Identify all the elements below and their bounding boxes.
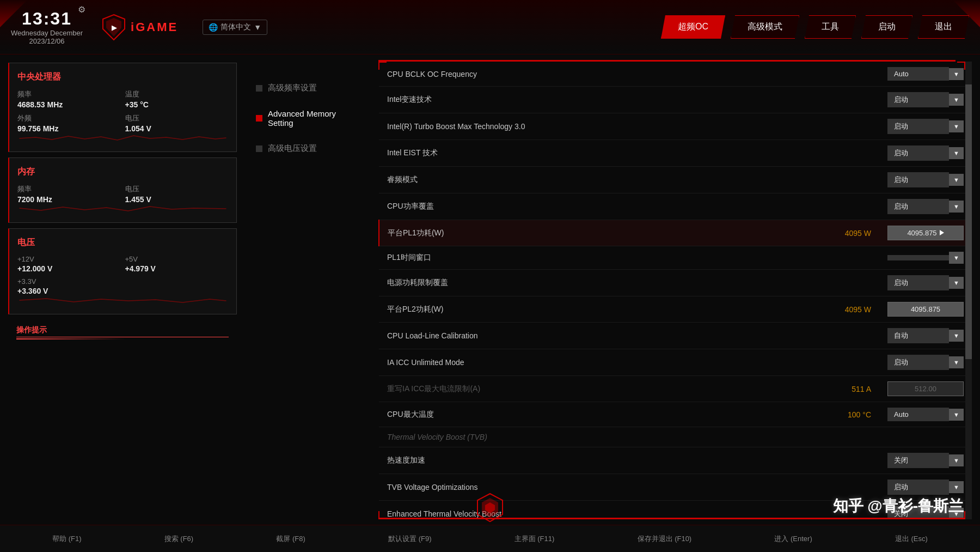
- value-input[interactable]: 512.00: [887, 381, 964, 396]
- header-nav: 超频OC 高级模式 工具 启动 退出: [661, 15, 969, 39]
- dropdown-group[interactable]: 关闭▼: [887, 453, 964, 468]
- dropdown-arrow-icon[interactable]: ▼: [949, 94, 964, 106]
- dropdown-arrow-icon[interactable]: ▼: [949, 409, 964, 421]
- setting-unit-cell: [705, 323, 879, 349]
- nav-dot-memory: [256, 115, 262, 122]
- setting-control-cell[interactable]: 启动▼: [879, 113, 972, 140]
- setting-control-cell[interactable]: Auto▼: [879, 62, 972, 87]
- value-input[interactable]: 4095.875: [887, 302, 964, 317]
- dropdown-group[interactable]: 自动▼: [887, 328, 964, 343]
- dropdown-group[interactable]: 启动▼: [887, 480, 964, 495]
- dropdown-arrow-icon[interactable]: ▼: [949, 481, 964, 493]
- table-row[interactable]: CPU BCLK OC FrequencyAuto▼: [379, 62, 972, 87]
- setting-control-cell[interactable]: 4095.875: [879, 296, 972, 323]
- nav-item-freq[interactable]: 高级频率设置: [250, 76, 365, 100]
- nav-btn-tools[interactable]: 工具: [805, 15, 856, 39]
- table-row[interactable]: CPU最大温度100 °CAuto▼: [379, 402, 972, 427]
- dropdown-group[interactable]: 启动▼: [887, 275, 964, 290]
- setting-name-cell: Intel(R) Turbo Boost Max Technology 3.0: [379, 113, 705, 140]
- dropdown-label: 启动: [887, 355, 949, 370]
- nav-btn-boot[interactable]: 启动: [861, 15, 912, 39]
- settings-scroll-area[interactable]: CPU BCLK OC FrequencyAuto▼Intel变速技术启动▼In…: [378, 62, 972, 519]
- scroll-thumb[interactable]: [965, 84, 972, 359]
- dropdown-arrow-icon[interactable]: ▼: [949, 147, 964, 159]
- dropdown-group[interactable]: 启动▼: [887, 119, 964, 134]
- dropdown-label: 启动: [887, 119, 949, 134]
- setting-unit-cell: 4095 W: [705, 220, 879, 246]
- dropdown-group[interactable]: Auto▼: [887, 67, 964, 81]
- nav-item-voltage[interactable]: 高级电压设置: [250, 137, 365, 160]
- logo: ▶ iGAME: [102, 14, 178, 41]
- setting-control-cell[interactable]: 关闭▼: [879, 447, 972, 474]
- setting-control-cell[interactable]: 4095.875: [879, 220, 972, 246]
- dropdown-arrow-icon[interactable]: ▼: [949, 252, 964, 264]
- table-row[interactable]: 电源功耗限制覆盖启动▼: [379, 270, 972, 296]
- scroll-track[interactable]: [965, 62, 972, 519]
- dropdown-arrow-icon[interactable]: ▼: [949, 454, 964, 466]
- chevron-down-icon: ▼: [254, 23, 261, 32]
- dropdown-arrow-icon[interactable]: ▼: [949, 68, 964, 80]
- value-input[interactable]: 4095.875: [887, 226, 964, 240]
- table-row[interactable]: Intel(R) Turbo Boost Max Technology 3.0启…: [379, 113, 972, 140]
- setting-control-cell[interactable]: 启动▼: [879, 140, 972, 167]
- nav-btn-exit[interactable]: 退出: [918, 15, 969, 39]
- setting-control-cell[interactable]: Auto▼: [879, 402, 972, 427]
- language-selector[interactable]: 🌐 简体中文 ▼: [203, 20, 267, 35]
- setting-unit-cell: [705, 62, 879, 87]
- dropdown-arrow-icon[interactable]: ▼: [949, 356, 964, 368]
- dropdown-label: Auto: [887, 67, 949, 81]
- setting-control-cell[interactable]: 启动▼: [879, 270, 972, 296]
- dropdown-arrow-icon[interactable]: ▼: [949, 120, 964, 132]
- dropdown-arrow-icon[interactable]: ▼: [949, 201, 964, 213]
- setting-control-cell[interactable]: [879, 427, 972, 447]
- table-row[interactable]: 平台PL1功耗(W)4095 W4095.875: [379, 220, 972, 246]
- dropdown-group[interactable]: 启动▼: [887, 92, 964, 107]
- dropdown-group[interactable]: 启动▼: [887, 172, 964, 187]
- nav-item-memory[interactable]: Advanced Memory Setting: [250, 102, 365, 134]
- dropdown-group[interactable]: Auto▼: [887, 408, 964, 421]
- table-row[interactable]: CPU功率覆盖启动▼: [379, 193, 972, 220]
- table-row[interactable]: 平台PL2功耗(W)4095 W4095.875: [379, 296, 972, 323]
- table-row[interactable]: 睿频模式启动▼: [379, 167, 972, 193]
- setting-control-cell[interactable]: 启动▼: [879, 87, 972, 113]
- setting-name-cell: PL1时间窗口: [379, 246, 705, 270]
- key-screenshot[interactable]: 截屏 (F8): [276, 534, 305, 544]
- key-search[interactable]: 搜索 (F6): [164, 534, 193, 544]
- table-row[interactable]: CPU Load-Line Calibration自动▼: [379, 323, 972, 349]
- setting-control-cell[interactable]: 启动▼: [879, 167, 972, 193]
- dropdown-arrow-icon[interactable]: ▼: [949, 174, 964, 186]
- table-row[interactable]: Thermal Velocity Boost (TVB): [379, 427, 972, 447]
- nav-label-voltage: 高级电压设置: [268, 143, 317, 154]
- dropdown-label: 启动: [887, 92, 949, 107]
- table-row[interactable]: 重写IA ICC最大电流限制(A)511 A512.00: [379, 376, 972, 402]
- v12-value: +12.000 V: [17, 264, 121, 273]
- setting-control-cell[interactable]: 启动▼: [879, 193, 972, 220]
- header: ⚙ 13:31 Wednesday December 2023/12/06 ▶ …: [0, 0, 980, 54]
- nav-dot-freq: [256, 85, 262, 92]
- key-esc[interactable]: 退出 (Esc): [895, 534, 928, 544]
- table-row[interactable]: PL1时间窗口▼: [379, 246, 972, 270]
- cpu-freq-value: 4688.53 MHz: [17, 100, 121, 109]
- cpu-wave: [17, 133, 228, 141]
- table-row[interactable]: Intel变速技术启动▼: [379, 87, 972, 113]
- dropdown-arrow-icon[interactable]: ▼: [949, 330, 964, 342]
- dropdown-arrow-icon[interactable]: ▼: [949, 277, 964, 289]
- nav-btn-oc[interactable]: 超频OC: [661, 15, 725, 39]
- dropdown-group[interactable]: 启动▼: [887, 199, 964, 214]
- key-help[interactable]: 帮助 (F1): [52, 534, 81, 544]
- table-row[interactable]: IA ICC Unlimited Mode启动▼: [379, 349, 972, 376]
- key-default[interactable]: 默认设置 (F9): [388, 534, 431, 544]
- dropdown-group[interactable]: ▼: [887, 252, 964, 264]
- setting-control-cell[interactable]: 自动▼: [879, 323, 972, 349]
- dropdown-group[interactable]: 启动▼: [887, 145, 964, 161]
- table-row[interactable]: Intel EIST 技术启动▼: [379, 140, 972, 167]
- setting-control-cell[interactable]: 512.00: [879, 376, 972, 402]
- setting-control-cell[interactable]: 启动▼: [879, 349, 972, 376]
- key-main[interactable]: 主界面 (F11): [514, 534, 555, 544]
- table-row[interactable]: 热速度加速关闭▼: [379, 447, 972, 474]
- setting-control-cell[interactable]: ▼: [879, 246, 972, 270]
- dropdown-group[interactable]: 启动▼: [887, 355, 964, 370]
- key-save[interactable]: 保存并退出 (F10): [638, 534, 692, 544]
- key-enter[interactable]: 进入 (Enter): [774, 534, 812, 544]
- nav-btn-advanced[interactable]: 高级模式: [731, 15, 799, 39]
